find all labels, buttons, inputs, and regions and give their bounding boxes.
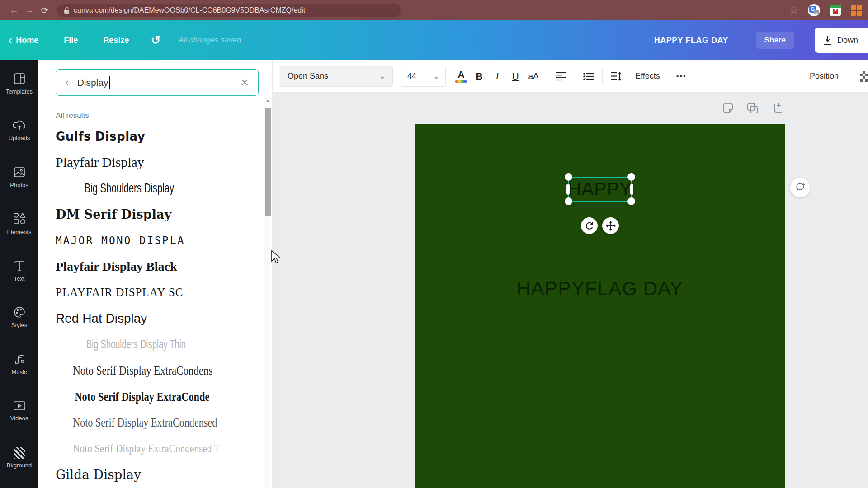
font-result-noto-serif-display-1[interactable]: Noto Serif Display ExtraCondens [59, 357, 244, 384]
bullet-list-icon [583, 72, 594, 80]
underline-button[interactable]: U [506, 66, 524, 87]
translate-extension-icon[interactable]: G [808, 4, 820, 16]
back-chevron-icon[interactable]: ‹ [8, 34, 12, 47]
scroll-up-icon[interactable]: ▲ [265, 98, 270, 103]
effects-button[interactable]: Effects [625, 66, 670, 87]
add-comment-button[interactable] [790, 178, 810, 197]
resize-handle-left[interactable] [566, 184, 570, 195]
italic-button[interactable]: I [488, 66, 506, 87]
share-button[interactable]: Share [756, 32, 794, 49]
lock-icon [64, 7, 69, 14]
font-result-playfair-display-sc[interactable]: PLAYFAIR DISPLAY SC [38, 280, 264, 306]
download-icon [824, 36, 832, 44]
font-result-big-shoulders-display-thin[interactable]: Big Shoulders Display Thin [75, 332, 228, 358]
font-result-playfair-display-black[interactable]: Playfair Display Black [38, 253, 264, 280]
more-options-button[interactable]: ••• [670, 66, 693, 87]
rotate-button[interactable] [581, 217, 598, 234]
extensions-grid-icon[interactable] [851, 5, 862, 16]
home-button[interactable]: Home [16, 36, 38, 45]
font-result-noto-serif-display-3[interactable]: Noto Serif Display ExtraCondensed [59, 410, 244, 436]
design-title[interactable]: HAPPY FLAG DAY [654, 36, 728, 45]
bookmark-star-icon[interactable]: ☆ [789, 5, 798, 16]
font-family-dropdown[interactable]: Open Sans ⌄ [280, 66, 393, 87]
panel-scrollbar[interactable]: ▲ [264, 96, 271, 488]
sidebar-item-templates[interactable]: Templates [0, 60, 38, 107]
chevron-down-icon: ⌄ [379, 72, 385, 80]
font-result-major-mono-display[interactable]: MAJOR MONO DISPLA [38, 227, 264, 253]
chevron-down-icon: ⌄ [433, 72, 439, 80]
browser-bar: ← → ⟳ canva.com/design/DAEMewOOSb0/CL-CO… [0, 0, 868, 20]
security-extension-icon[interactable] [830, 5, 841, 16]
text-icon [13, 259, 26, 272]
workspace: HAPPYFLAG DAY HAPPY [273, 93, 868, 488]
move-button[interactable] [602, 217, 619, 234]
sidebar-item-photos[interactable]: Photos [0, 154, 38, 201]
rainbow-color-bar [455, 80, 467, 83]
resize-handle-top-right[interactable] [627, 173, 635, 181]
resize-handle-top-left[interactable] [565, 173, 572, 181]
font-result-gulfs-display[interactable]: Gulfs Display [38, 123, 264, 150]
text-color-button[interactable]: A [452, 66, 470, 87]
resize-handle-bottom-right[interactable] [627, 197, 635, 205]
font-result-gilda-display[interactable]: Gilda Display [38, 462, 264, 488]
browser-refresh-icon[interactable]: ⟳ [37, 5, 52, 16]
bold-button[interactable]: B [470, 66, 488, 87]
font-result-noto-serif-display-4[interactable]: Noto Serif Display ExtraCondensed T [59, 436, 244, 462]
sidebar-item-elements[interactable]: Elements [0, 201, 38, 248]
bullet-list-button[interactable] [580, 66, 598, 87]
transparency-checker-icon[interactable] [860, 71, 868, 82]
background-icon [14, 447, 25, 459]
design-canvas[interactable]: HAPPYFLAG DAY HAPPY [415, 124, 785, 488]
sidebar-item-videos[interactable]: Videos [0, 388, 38, 435]
font-result-playfair-display[interactable]: Playfair Display [38, 150, 264, 176]
file-menu-button[interactable]: File [64, 36, 78, 45]
align-left-icon [556, 72, 566, 81]
browser-back-icon[interactable]: ← [6, 5, 22, 15]
scrollbar-thumb[interactable] [265, 108, 271, 216]
browser-forward-icon[interactable]: → [22, 5, 37, 15]
sidebar-item-text[interactable]: Text [0, 247, 38, 294]
resize-button[interactable]: Resize [103, 36, 129, 45]
resize-handle-right[interactable] [630, 184, 633, 195]
canvas-body-text[interactable]: HAPPYFLAG DAY [415, 277, 785, 300]
font-search-input[interactable]: ‹ Display ✕ [56, 69, 259, 96]
font-size-dropdown[interactable]: 44 ⌄ [401, 66, 446, 87]
all-results-label: All results [56, 111, 89, 120]
font-result-red-hat-display[interactable]: Red Hat Display [38, 305, 264, 332]
selected-text-box[interactable]: HAPPY [568, 177, 632, 202]
download-button[interactable]: Down [815, 28, 868, 53]
sidebar-item-background[interactable]: Bkground [0, 434, 38, 481]
font-results-list: Gulfs Display Playfair Display Big Shoul… [38, 123, 264, 488]
selected-text[interactable]: HAPPY [569, 178, 631, 201]
font-result-noto-serif-display-2[interactable]: Noto Serif Display ExtraConde [61, 384, 242, 410]
music-icon [13, 353, 26, 366]
comment-plus-icon [794, 182, 806, 193]
styles-icon [13, 306, 26, 319]
font-search-panel: ‹ Display ✕ All results Gulfs Display Pl… [38, 60, 273, 488]
download-label: Down [837, 36, 858, 45]
add-page-icon[interactable] [771, 103, 783, 114]
text-align-button[interactable] [552, 66, 570, 87]
templates-icon [13, 72, 26, 85]
sidebar-item-music[interactable]: Music [0, 341, 38, 388]
clear-search-icon[interactable]: ✕ [240, 76, 249, 89]
font-result-dm-serif-display[interactable]: DM Serif Display [38, 202, 264, 228]
text-case-button[interactable]: aA [524, 66, 542, 87]
notes-icon[interactable] [722, 103, 734, 114]
position-button[interactable]: Position [810, 66, 850, 87]
resize-handle-bottom-left[interactable] [565, 197, 572, 205]
undo-icon[interactable]: ↺ [151, 33, 160, 47]
duplicate-page-icon[interactable] [747, 103, 758, 114]
move-icon [606, 221, 616, 231]
search-back-icon[interactable]: ‹ [65, 75, 69, 89]
sidebar-item-uploads[interactable]: Uploads [0, 107, 38, 154]
canva-editor: ← → ⟳ canva.com/design/DAEMewOOSb0/CL-CO… [0, 0, 868, 488]
save-status: All changes saved [179, 36, 241, 45]
sidebar-item-styles[interactable]: Styles [0, 294, 38, 341]
line-spacing-button[interactable] [607, 66, 625, 87]
page-actions [722, 103, 783, 114]
mouse-cursor [270, 250, 281, 266]
panel-divider [38, 105, 272, 105]
address-bar[interactable]: canva.com/design/DAEMewOOSb0/CL-CO6B0G9V… [57, 4, 401, 17]
font-result-big-shoulders-display[interactable]: Big Shoulders Display [72, 175, 231, 202]
